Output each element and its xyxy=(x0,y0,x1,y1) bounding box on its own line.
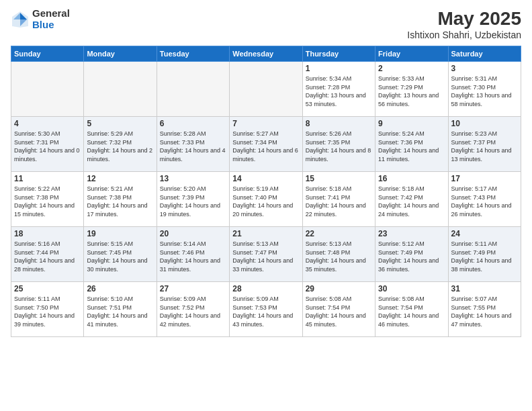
calendar-cell: 5Sunrise: 5:29 AM Sunset: 7:32 PM Daylig… xyxy=(84,117,157,172)
day-number: 4 xyxy=(14,119,81,128)
calendar-cell: 3Sunrise: 5:31 AM Sunset: 7:30 PM Daylig… xyxy=(448,62,521,117)
day-number: 26 xyxy=(87,284,153,293)
day-number: 9 xyxy=(378,119,445,128)
col-saturday: Saturday xyxy=(448,46,521,62)
calendar-cell: 6Sunrise: 5:28 AM Sunset: 7:33 PM Daylig… xyxy=(157,117,229,172)
day-number: 29 xyxy=(306,284,372,293)
day-info: Sunrise: 5:18 AM Sunset: 7:41 PM Dayligh… xyxy=(306,185,372,218)
calendar-cell: 1Sunrise: 5:34 AM Sunset: 7:28 PM Daylig… xyxy=(302,62,375,117)
day-info: Sunrise: 5:09 AM Sunset: 7:53 PM Dayligh… xyxy=(232,295,299,328)
day-number: 24 xyxy=(451,229,518,238)
calendar-cell xyxy=(230,62,302,117)
day-info: Sunrise: 5:15 AM Sunset: 7:45 PM Dayligh… xyxy=(87,240,153,273)
day-number: 15 xyxy=(306,174,372,183)
day-number: 8 xyxy=(306,119,372,128)
day-number: 30 xyxy=(378,284,445,293)
col-monday: Monday xyxy=(84,46,157,62)
calendar-cell: 15Sunrise: 5:18 AM Sunset: 7:41 PM Dayli… xyxy=(302,172,375,227)
day-number: 1 xyxy=(306,64,372,73)
calendar-cell: 11Sunrise: 5:22 AM Sunset: 7:38 PM Dayli… xyxy=(11,172,84,227)
calendar-cell: 12Sunrise: 5:21 AM Sunset: 7:38 PM Dayli… xyxy=(84,172,157,227)
calendar-cell: 2Sunrise: 5:33 AM Sunset: 7:29 PM Daylig… xyxy=(375,62,448,117)
calendar-cell: 21Sunrise: 5:13 AM Sunset: 7:47 PM Dayli… xyxy=(230,227,302,282)
calendar-week-2: 4Sunrise: 5:30 AM Sunset: 7:31 PM Daylig… xyxy=(11,117,521,172)
page: General Blue May 2025 Ishtixon Shahri, U… xyxy=(0,0,532,411)
day-number: 18 xyxy=(14,229,81,238)
subtitle: Ishtixon Shahri, Uzbekistan xyxy=(407,30,521,40)
col-tuesday: Tuesday xyxy=(157,46,229,62)
day-number: 10 xyxy=(451,119,518,128)
day-info: Sunrise: 5:11 AM Sunset: 7:49 PM Dayligh… xyxy=(451,240,518,273)
calendar-cell: 13Sunrise: 5:20 AM Sunset: 7:39 PM Dayli… xyxy=(157,172,229,227)
day-info: Sunrise: 5:24 AM Sunset: 7:36 PM Dayligh… xyxy=(378,130,445,163)
day-info: Sunrise: 5:26 AM Sunset: 7:35 PM Dayligh… xyxy=(306,130,372,163)
day-info: Sunrise: 5:19 AM Sunset: 7:40 PM Dayligh… xyxy=(232,185,299,218)
day-info: Sunrise: 5:16 AM Sunset: 7:44 PM Dayligh… xyxy=(14,240,81,273)
day-number: 27 xyxy=(160,284,226,293)
calendar: Sunday Monday Tuesday Wednesday Thursday… xyxy=(11,46,521,337)
calendar-cell: 9Sunrise: 5:24 AM Sunset: 7:36 PM Daylig… xyxy=(375,117,448,172)
calendar-week-3: 11Sunrise: 5:22 AM Sunset: 7:38 PM Dayli… xyxy=(11,172,521,227)
calendar-cell: 10Sunrise: 5:23 AM Sunset: 7:37 PM Dayli… xyxy=(448,117,521,172)
day-number: 23 xyxy=(378,229,445,238)
title-block: May 2025 Ishtixon Shahri, Uzbekistan xyxy=(407,8,521,40)
day-number: 3 xyxy=(451,64,518,73)
calendar-cell: 8Sunrise: 5:26 AM Sunset: 7:35 PM Daylig… xyxy=(302,117,375,172)
day-number: 13 xyxy=(160,174,226,183)
calendar-cell: 7Sunrise: 5:27 AM Sunset: 7:34 PM Daylig… xyxy=(230,117,302,172)
day-number: 17 xyxy=(451,174,518,183)
logo-blue: Blue xyxy=(32,19,70,31)
logo-general: General xyxy=(32,8,70,19)
calendar-cell xyxy=(11,62,84,117)
day-number: 31 xyxy=(451,284,518,293)
calendar-cell: 18Sunrise: 5:16 AM Sunset: 7:44 PM Dayli… xyxy=(11,227,84,282)
header: General Blue May 2025 Ishtixon Shahri, U… xyxy=(11,8,521,40)
day-number: 28 xyxy=(232,284,299,293)
day-info: Sunrise: 5:23 AM Sunset: 7:37 PM Dayligh… xyxy=(451,130,518,163)
logo: General Blue xyxy=(11,8,70,30)
col-wednesday: Wednesday xyxy=(230,46,302,62)
day-number: 2 xyxy=(378,64,445,73)
calendar-cell: 30Sunrise: 5:08 AM Sunset: 7:54 PM Dayli… xyxy=(375,282,448,337)
calendar-cell: 27Sunrise: 5:09 AM Sunset: 7:52 PM Dayli… xyxy=(157,282,229,337)
day-info: Sunrise: 5:10 AM Sunset: 7:51 PM Dayligh… xyxy=(87,295,153,328)
calendar-week-1: 1Sunrise: 5:34 AM Sunset: 7:28 PM Daylig… xyxy=(11,62,521,117)
day-info: Sunrise: 5:27 AM Sunset: 7:34 PM Dayligh… xyxy=(232,130,299,163)
day-info: Sunrise: 5:08 AM Sunset: 7:54 PM Dayligh… xyxy=(306,295,372,328)
day-number: 7 xyxy=(232,119,299,128)
calendar-cell: 25Sunrise: 5:11 AM Sunset: 7:50 PM Dayli… xyxy=(11,282,84,337)
col-sunday: Sunday xyxy=(11,46,84,62)
calendar-cell: 19Sunrise: 5:15 AM Sunset: 7:45 PM Dayli… xyxy=(84,227,157,282)
day-number: 21 xyxy=(232,229,299,238)
calendar-cell: 17Sunrise: 5:17 AM Sunset: 7:43 PM Dayli… xyxy=(448,172,521,227)
day-info: Sunrise: 5:21 AM Sunset: 7:38 PM Dayligh… xyxy=(87,185,153,218)
calendar-header-row: Sunday Monday Tuesday Wednesday Thursday… xyxy=(11,46,521,62)
calendar-cell: 29Sunrise: 5:08 AM Sunset: 7:54 PM Dayli… xyxy=(302,282,375,337)
main-title: May 2025 xyxy=(407,8,521,30)
day-info: Sunrise: 5:12 AM Sunset: 7:49 PM Dayligh… xyxy=(378,240,445,273)
calendar-cell: 24Sunrise: 5:11 AM Sunset: 7:49 PM Dayli… xyxy=(448,227,521,282)
calendar-cell: 14Sunrise: 5:19 AM Sunset: 7:40 PM Dayli… xyxy=(230,172,302,227)
day-number: 14 xyxy=(232,174,299,183)
day-info: Sunrise: 5:28 AM Sunset: 7:33 PM Dayligh… xyxy=(160,130,226,163)
day-info: Sunrise: 5:33 AM Sunset: 7:29 PM Dayligh… xyxy=(378,75,445,108)
day-number: 6 xyxy=(160,119,226,128)
calendar-cell: 22Sunrise: 5:13 AM Sunset: 7:48 PM Dayli… xyxy=(302,227,375,282)
day-info: Sunrise: 5:29 AM Sunset: 7:32 PM Dayligh… xyxy=(87,130,153,163)
day-info: Sunrise: 5:07 AM Sunset: 7:55 PM Dayligh… xyxy=(451,295,518,328)
day-number: 5 xyxy=(87,119,153,128)
day-number: 16 xyxy=(378,174,445,183)
day-info: Sunrise: 5:31 AM Sunset: 7:30 PM Dayligh… xyxy=(451,75,518,108)
col-thursday: Thursday xyxy=(302,46,375,62)
calendar-cell: 28Sunrise: 5:09 AM Sunset: 7:53 PM Dayli… xyxy=(230,282,302,337)
calendar-cell: 4Sunrise: 5:30 AM Sunset: 7:31 PM Daylig… xyxy=(11,117,84,172)
day-info: Sunrise: 5:14 AM Sunset: 7:46 PM Dayligh… xyxy=(160,240,226,273)
day-info: Sunrise: 5:18 AM Sunset: 7:42 PM Dayligh… xyxy=(378,185,445,218)
day-info: Sunrise: 5:11 AM Sunset: 7:50 PM Dayligh… xyxy=(14,295,81,328)
day-info: Sunrise: 5:30 AM Sunset: 7:31 PM Dayligh… xyxy=(14,130,81,163)
day-info: Sunrise: 5:34 AM Sunset: 7:28 PM Dayligh… xyxy=(306,75,372,108)
day-number: 20 xyxy=(160,229,226,238)
calendar-cell: 23Sunrise: 5:12 AM Sunset: 7:49 PM Dayli… xyxy=(375,227,448,282)
day-info: Sunrise: 5:13 AM Sunset: 7:48 PM Dayligh… xyxy=(306,240,372,273)
day-info: Sunrise: 5:20 AM Sunset: 7:39 PM Dayligh… xyxy=(160,185,226,218)
